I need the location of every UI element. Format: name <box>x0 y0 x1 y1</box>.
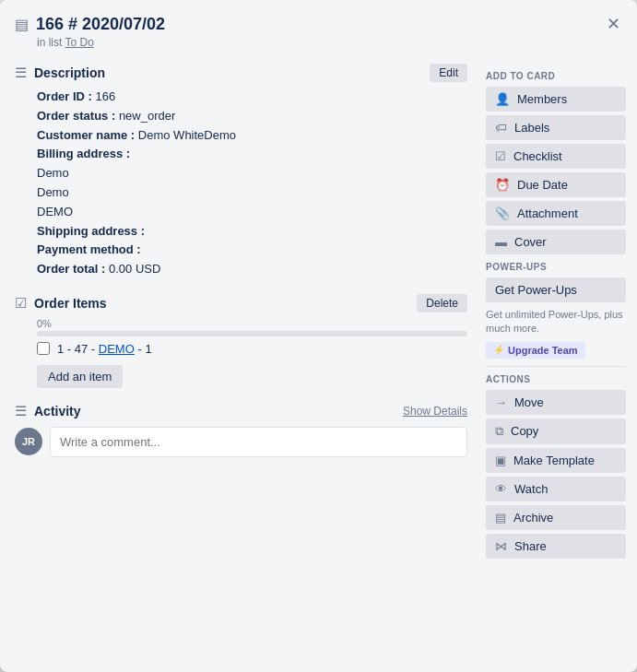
edit-description-button[interactable]: Edit <box>430 64 467 82</box>
delete-button[interactable]: Delete <box>417 294 467 312</box>
list-link[interactable]: To Do <box>65 36 93 49</box>
order-total-row: Order total : 0.00 USD <box>37 260 467 279</box>
customer-name-value: Demo WhiteDemo <box>138 128 236 142</box>
archive-label: Archive <box>513 511 553 525</box>
progress-container: 0% <box>37 318 467 336</box>
show-details-button[interactable]: Show Details <box>403 405 467 418</box>
modal-header: ▤ 166 # 2020/07/02 in list To Do <box>0 0 637 56</box>
activity-title-row: ☰ Activity <box>15 403 81 419</box>
cover-label: Cover <box>514 235 547 249</box>
order-id-row: Order ID : 166 <box>37 88 467 107</box>
labels-button[interactable]: 🏷 Labels <box>486 115 626 140</box>
checklist-label: Checklist <box>513 149 562 163</box>
share-button[interactable]: ⋈ Share <box>486 534 626 559</box>
make-template-button[interactable]: ▣ Make Template <box>486 448 626 473</box>
power-ups-desc: Get unlimited Power-Ups, plus much more. <box>486 308 626 336</box>
progress-label: 0% <box>37 318 467 329</box>
cover-button[interactable]: ▬ Cover <box>486 230 626 254</box>
item-link[interactable]: DEMO <box>99 342 135 356</box>
billing-line1: Demo <box>37 164 467 183</box>
archive-button[interactable]: ▤ Archive <box>486 505 626 530</box>
members-label: Members <box>517 92 567 106</box>
members-button[interactable]: 👤 Members <box>486 87 626 112</box>
copy-icon: ⧉ <box>495 424 503 439</box>
order-items-title-row: ☑ Order Items <box>15 295 107 312</box>
divider <box>486 366 626 367</box>
item-label: 1 - 47 - DEMO - 1 <box>57 342 152 356</box>
checklist-button[interactable]: ☑ Checklist <box>486 144 626 169</box>
title-row: ▤ 166 # 2020/07/02 <box>15 15 593 34</box>
payment-method-label: Payment method : <box>37 242 141 256</box>
archive-icon: ▤ <box>495 511 506 525</box>
modal-subtitle: in list To Do <box>37 36 593 49</box>
billing-line2: Demo <box>37 183 467 203</box>
order-total-label: Order total : <box>37 262 105 276</box>
close-button[interactable]: ✕ <box>600 11 626 37</box>
get-power-ups-label: Get Power-Ups <box>495 283 577 297</box>
sidebar-column: ADD TO CARD 👤 Members 🏷 Labels ☑ Checkli… <box>482 56 637 672</box>
attachment-label: Attachment <box>517 206 578 220</box>
card-icon: ▤ <box>15 16 29 33</box>
attachment-icon: 📎 <box>495 206 510 220</box>
get-power-ups-button[interactable]: Get Power-Ups <box>486 277 626 302</box>
order-items-header: ☑ Order Items Delete <box>15 294 467 312</box>
avatar: JR <box>15 428 42 455</box>
copy-button[interactable]: ⧉ Copy <box>486 419 626 444</box>
description-icon: ☰ <box>15 65 27 81</box>
description-header: ☰ Description Edit <box>15 64 467 82</box>
card-modal: ▤ 166 # 2020/07/02 in list To Do ✕ ☰ Des… <box>0 0 637 672</box>
share-icon: ⋈ <box>495 539 507 553</box>
modal-body: ☰ Description Edit Order ID : 166 Order … <box>0 56 637 672</box>
copy-label: Copy <box>511 424 538 438</box>
add-to-card-label: ADD TO CARD <box>486 71 626 81</box>
labels-icon: 🏷 <box>495 121 507 135</box>
add-item-button[interactable]: Add an item <box>37 365 123 388</box>
template-icon: ▣ <box>495 454 506 467</box>
share-label: Share <box>514 539 547 553</box>
shipping-address-label: Shipping address : <box>37 224 145 238</box>
watch-label: Watch <box>514 482 548 496</box>
order-id-value: 166 <box>96 89 116 103</box>
attachment-button[interactable]: 📎 Attachment <box>486 201 626 226</box>
customer-name-label: Customer name : <box>37 128 135 142</box>
labels-label: Labels <box>514 121 549 135</box>
item-text: 1 - 47 - <box>57 342 95 356</box>
cover-icon: ▬ <box>495 235 507 249</box>
order-item-row: 1 - 47 - DEMO - 1 <box>37 342 467 356</box>
item-checkbox[interactable] <box>37 342 50 355</box>
due-date-icon: ⏰ <box>495 178 510 192</box>
due-date-button[interactable]: ⏰ Due Date <box>486 172 626 197</box>
watch-button[interactable]: 👁 Watch <box>486 477 626 501</box>
order-id-label: Order ID : <box>37 89 92 103</box>
order-total-value: 0.00 USD <box>109 262 160 276</box>
upgrade-icon: ⚡ <box>493 345 504 355</box>
order-items-icon: ☑ <box>15 295 27 312</box>
billing-address-row: Billing address : <box>37 145 467 164</box>
item-suffix: - 1 <box>137 342 151 356</box>
due-date-label: Due Date <box>517 178 568 192</box>
watch-icon: 👁 <box>495 482 507 496</box>
order-status-label: Order status : <box>37 109 115 123</box>
description-title: Description <box>34 65 105 80</box>
move-button[interactable]: → Move <box>486 390 626 415</box>
order-status-row: Order status : new_order <box>37 107 467 126</box>
order-items-title: Order Items <box>34 296 107 311</box>
upgrade-team-button[interactable]: ⚡ Upgrade Team <box>486 342 585 359</box>
activity-icon: ☰ <box>15 403 27 419</box>
billing-line3: DEMO <box>37 203 467 222</box>
desc-title-row: ☰ Description <box>15 65 105 81</box>
members-icon: 👤 <box>495 92 510 106</box>
activity-title: Activity <box>34 404 81 419</box>
power-ups-label: POWER-UPS <box>486 262 626 272</box>
billing-address-label: Billing address : <box>37 147 130 160</box>
shipping-address-row: Shipping address : <box>37 222 467 242</box>
comment-row: JR <box>15 427 467 457</box>
order-status-value: new_order <box>119 109 175 123</box>
activity-section: ☰ Activity Show Details JR <box>15 403 467 457</box>
comment-input[interactable] <box>50 427 467 457</box>
customer-name-row: Customer name : Demo WhiteDemo <box>37 126 467 146</box>
order-items-section: ☑ Order Items Delete 0% 1 - 47 - DEMO <box>15 294 467 388</box>
avatar-initials: JR <box>22 436 35 447</box>
modal-title: 166 # 2020/07/02 <box>36 15 165 34</box>
upgrade-label: Upgrade Team <box>508 345 578 356</box>
